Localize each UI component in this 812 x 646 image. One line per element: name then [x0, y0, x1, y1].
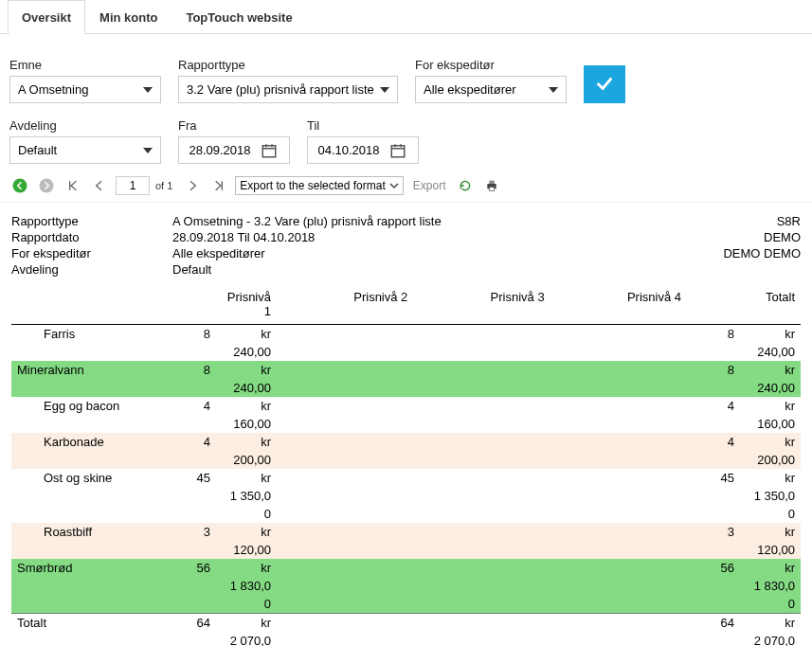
ekspeditor-select[interactable]: Alle ekspeditører: [415, 76, 567, 103]
row-at-amt: 240,00: [740, 343, 801, 361]
row-at-amt: 160,00: [740, 415, 801, 433]
chevron-down-icon: [143, 87, 153, 93]
svg-rect-4: [391, 145, 405, 156]
col-totalt: Totalt: [740, 288, 801, 325]
row-at: kr: [740, 523, 801, 541]
meta-rapporttype-value: A Omsetning - 3.2 Vare (plu) prisnivå ra…: [172, 214, 687, 228]
export-format-select[interactable]: Export to the selected format: [235, 176, 403, 195]
tab-oversikt[interactable]: Oversikt: [8, 0, 85, 34]
row-a1: kr: [216, 325, 277, 344]
til-date[interactable]: [307, 136, 419, 164]
emne-value: A Omsetning: [18, 82, 88, 97]
row-a1-amt: 1 830,0: [216, 577, 277, 595]
last-page-button[interactable]: [208, 175, 229, 196]
chevron-down-icon: [549, 87, 558, 93]
table-row: 240,00 240,00: [11, 379, 801, 397]
row-qt: 3: [687, 523, 740, 541]
row-at-amt: 2 070,0: [740, 632, 801, 646]
col-p1: Prisnivå 1: [216, 288, 277, 325]
meta-demo-demo: DEMO DEMO: [687, 246, 801, 260]
avdeling-select[interactable]: Default: [9, 136, 161, 164]
chevron-down-icon: [380, 87, 389, 93]
row-a1: kr: [216, 433, 277, 451]
filter-bar: Emne A Omsetning Rapporttype 3.2 Vare (p…: [0, 34, 812, 171]
table-row: 160,00 160,00: [11, 415, 801, 433]
row-name: Farris: [11, 325, 163, 344]
report-toolbar: of 1 Export to the selected format Expor…: [0, 171, 812, 203]
nav-forward-button[interactable]: [36, 175, 57, 196]
table-row: 0 0: [11, 595, 801, 614]
calendar-icon[interactable]: [261, 142, 278, 159]
refresh-button[interactable]: [455, 175, 476, 196]
row-a1-amt: 200,00: [216, 451, 277, 469]
meta-avdeling-value: Default: [172, 262, 801, 277]
row-q1: 8: [163, 361, 216, 379]
fra-label: Fra: [178, 118, 290, 133]
row-at: kr: [740, 433, 801, 451]
table-row: 2 070,0 2 070,0: [11, 632, 801, 646]
export-format-value: Export to the selected format: [240, 179, 385, 192]
avdeling-label: Avdeling: [9, 118, 161, 133]
table-row: 200,00 200,00: [11, 451, 801, 469]
row-name: Karbonade: [11, 433, 163, 451]
ekspeditor-value: Alle ekspeditører: [424, 82, 516, 97]
tab-min-konto[interactable]: Min konto: [85, 0, 171, 34]
row-qt: 56: [687, 559, 740, 577]
row-name: Mineralvann: [11, 361, 163, 379]
row-qt: 64: [687, 614, 740, 633]
col-p3: Prisnivå 3: [413, 288, 550, 325]
fra-input[interactable]: [179, 137, 261, 163]
report-table: Prisnivå 1 Prisnivå 2 Prisnivå 3 Prisniv…: [11, 288, 801, 646]
tab-toptouch[interactable]: TopTouch website: [171, 0, 306, 34]
rapporttype-select[interactable]: 3.2 Vare (plu) prisnivå rapport liste: [178, 76, 398, 103]
til-input[interactable]: [308, 137, 389, 163]
page-input[interactable]: [116, 176, 150, 195]
confirm-button[interactable]: [584, 65, 625, 103]
row-name: Smørbrød: [11, 559, 163, 577]
row-a1: kr: [216, 469, 277, 487]
meta-s8r: S8R: [687, 214, 801, 228]
row-a1: kr: [216, 523, 277, 541]
svg-rect-11: [490, 181, 495, 184]
fra-date[interactable]: [178, 136, 290, 164]
row-a1-amt: 1 350,0: [216, 487, 277, 505]
row-a1: kr: [216, 397, 277, 415]
ekspeditor-label: For ekspeditør: [415, 58, 567, 72]
row-name: Roastbiff: [11, 523, 163, 541]
row-a1-amt: 160,00: [216, 415, 277, 433]
emne-select[interactable]: A Omsetning: [9, 76, 161, 103]
row-a1: kr: [216, 614, 277, 633]
prev-page-button[interactable]: [89, 175, 110, 196]
col-blank: [11, 288, 163, 325]
row-a1-amt2: 0: [216, 595, 277, 614]
row-at-amt: 120,00: [740, 541, 801, 559]
next-page-button[interactable]: [182, 175, 203, 196]
export-button[interactable]: Export: [409, 179, 450, 192]
print-button[interactable]: [481, 175, 502, 196]
meta-ekspeditor-value: Alle ekspeditører: [172, 246, 687, 260]
row-at: kr: [740, 397, 801, 415]
meta-avdeling-label: Avdeling: [11, 262, 172, 277]
meta-rapportdato-label: Rapportdato: [11, 230, 172, 244]
col-p4: Prisnivå 4: [550, 288, 687, 325]
table-row: Karbonade 4 kr 4 kr: [11, 433, 801, 451]
row-a1: kr: [216, 361, 277, 379]
row-qt: 8: [687, 325, 740, 344]
row-qt: 4: [687, 397, 740, 415]
row-a1: kr: [216, 559, 277, 577]
row-at: kr: [740, 325, 801, 344]
report-meta: Rapporttype A Omsetning - 3.2 Vare (plu)…: [11, 214, 801, 277]
meta-rapporttype-label: Rapporttype: [11, 214, 172, 228]
row-q1: 8: [163, 325, 216, 344]
rapporttype-label: Rapporttype: [178, 58, 398, 72]
calendar-icon[interactable]: [389, 142, 406, 159]
row-at-amt: 1 350,0: [740, 487, 801, 505]
row-a1-amt: 240,00: [216, 379, 277, 397]
row-a1-amt2: 0: [216, 505, 277, 523]
chevron-down-icon: [143, 148, 153, 153]
emne-label: Emne: [9, 58, 161, 72]
nav-back-button[interactable]: [9, 175, 30, 196]
first-page-button[interactable]: [63, 175, 83, 196]
row-at: kr: [740, 614, 801, 633]
table-row: Smørbrød 56 kr 56 kr: [11, 559, 801, 577]
